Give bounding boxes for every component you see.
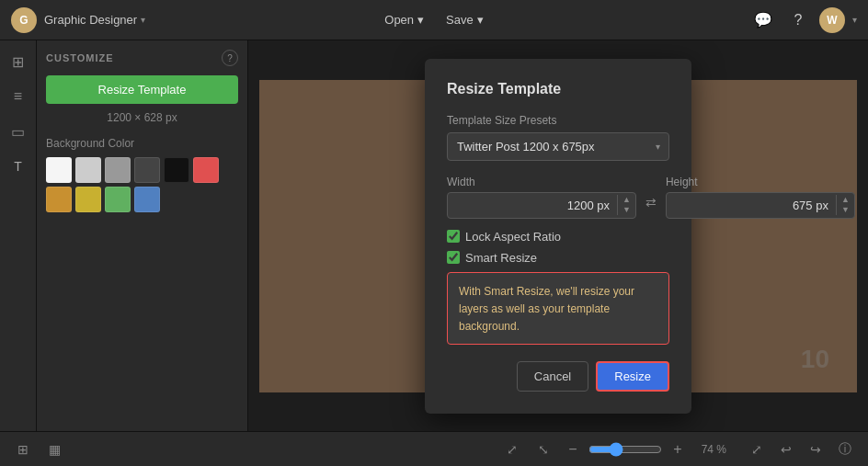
help-icon-button[interactable]: ? [784, 6, 812, 34]
dims-row: Width ▲ ▼ ⇄ Height [447, 176, 669, 219]
cancel-button[interactable]: Cancel [517, 361, 588, 392]
zoom-in-button[interactable]: + [668, 439, 688, 460]
lock-aspect-row: Lock Aspect Ratio [447, 230, 669, 244]
height-label: Height [666, 176, 855, 188]
resize-dialog: Resize Template Template Size Presets Tw… [425, 59, 691, 414]
height-input[interactable] [667, 193, 836, 218]
preset-select[interactable]: Twitter Post 1200 x 675px [447, 132, 669, 161]
smart-resize-checkbox[interactable] [447, 251, 460, 264]
smart-resize-info-box: With Smart Resize, we'll resize your lay… [447, 272, 669, 345]
bottombar: ⊞ ▦ ⤢ ⤡ − + 74 % ⤢ ↩ ↪ ⓘ [0, 431, 868, 466]
swatch-gray[interactable] [105, 157, 131, 183]
layers-icon-button[interactable]: ⊞ [5, 48, 32, 75]
user-avatar[interactable]: W [819, 7, 845, 33]
chat-icon-button[interactable]: 💬 [749, 6, 777, 34]
main-layout: ⊞ ≡ ▭ T CUSTOMIZE ? Resize Template 1200… [0, 40, 868, 431]
preset-label: Template Size Presets [447, 114, 669, 127]
swatch-lightgray[interactable] [75, 157, 101, 183]
dialog-actions: Cancel Resize [447, 361, 669, 392]
topbar: G Graphic Designer ▾ Open ▾ Save ▾ 💬 ? W… [0, 0, 868, 40]
bg-color-label: Background Color [46, 137, 238, 150]
width-label: Width [447, 176, 636, 188]
width-group: Width ▲ ▼ [447, 176, 636, 219]
adjust-icon-button[interactable]: ≡ [5, 83, 32, 110]
panel-help-button[interactable]: ? [222, 50, 238, 66]
width-input-wrap: ▲ ▼ [447, 192, 636, 219]
grid-bottom-icon-button[interactable]: ▦ [42, 438, 66, 461]
height-steppers: ▲ ▼ [836, 195, 854, 215]
user-chevron-icon: ▾ [852, 15, 857, 25]
save-chevron-icon: ▾ [477, 13, 484, 27]
shapes-icon-button[interactable]: ▭ [5, 118, 32, 145]
open-chevron-icon: ▾ [417, 13, 424, 27]
height-down-button[interactable]: ▼ [837, 205, 854, 215]
zoom-slider[interactable] [588, 442, 662, 457]
app-logo: G [11, 7, 37, 33]
preset-select-wrap: Twitter Post 1200 x 675px ▾ [447, 132, 669, 161]
swatch-orange[interactable] [46, 187, 72, 212]
fullscreen-icon-button[interactable]: ⤡ [531, 438, 555, 461]
swatch-yellow[interactable] [75, 187, 101, 212]
width-down-button[interactable]: ▼ [618, 205, 635, 215]
swatch-white[interactable] [46, 157, 72, 183]
app-name: Graphic Designer [44, 13, 137, 27]
dialog-overlay: Resize Template Template Size Presets Tw… [248, 40, 868, 431]
zoom-controls: − + 74 % [563, 439, 726, 460]
fit-icon-button[interactable]: ⤢ [500, 438, 524, 461]
color-swatches [46, 157, 238, 212]
swatch-green[interactable] [105, 187, 131, 212]
open-button[interactable]: Open ▾ [375, 9, 433, 30]
bottom-right-icons: ⤢ ↩ ↪ ⓘ [745, 438, 857, 461]
resize-template-button[interactable]: Resize Template [46, 75, 238, 104]
text-icon-button[interactable]: T [5, 153, 32, 180]
height-up-button[interactable]: ▲ [837, 195, 854, 205]
left-panel: CUSTOMIZE ? Resize Template 1200 × 628 p… [37, 40, 248, 431]
panel-title: CUSTOMIZE [46, 52, 114, 63]
redo-icon-button[interactable]: ↪ [804, 438, 828, 461]
info-icon-button[interactable]: ⓘ [833, 438, 857, 461]
smart-resize-label[interactable]: Smart Resize [465, 251, 537, 265]
resize-icon-button[interactable]: ⤢ [745, 438, 769, 461]
smart-resize-info-text: With Smart Resize, we'll resize your lay… [459, 285, 634, 333]
width-up-button[interactable]: ▲ [618, 195, 635, 205]
smart-resize-row: Smart Resize [447, 251, 669, 265]
swatch-black[interactable] [164, 157, 189, 183]
width-steppers: ▲ ▼ [617, 195, 635, 215]
topbar-right: 💬 ? W ▾ [749, 6, 857, 34]
height-group: Height ▲ ▼ [666, 176, 855, 219]
height-input-wrap: ▲ ▼ [666, 192, 855, 219]
panel-header: CUSTOMIZE ? [46, 50, 238, 66]
swatch-blue[interactable] [134, 187, 160, 212]
resize-confirm-button[interactable]: Resize [596, 361, 669, 392]
app-chevron-icon: ▾ [141, 15, 145, 25]
canvas-area: MA ENTIAL OILS 10 Resize Template Templa… [248, 40, 868, 431]
layers-bottom-icon-button[interactable]: ⊞ [11, 438, 35, 461]
lock-aspect-label[interactable]: Lock Aspect Ratio [465, 230, 561, 244]
dialog-title: Resize Template [447, 81, 669, 97]
undo-icon-button[interactable]: ↩ [774, 438, 798, 461]
save-button[interactable]: Save ▾ [437, 9, 493, 30]
width-input[interactable] [448, 193, 617, 218]
left-icon-rail: ⊞ ≡ ▭ T [0, 40, 37, 431]
lock-aspect-checkbox[interactable] [447, 230, 460, 243]
topbar-center-actions: Open ▾ Save ▾ [375, 9, 492, 30]
swatch-darkgray[interactable] [134, 157, 160, 183]
zoom-out-button[interactable]: − [563, 439, 583, 460]
zoom-level: 74 % [693, 443, 726, 456]
dimensions-text: 1200 × 628 px [46, 111, 238, 124]
swatch-red[interactable] [193, 157, 219, 183]
link-dimensions-button[interactable]: ⇄ [645, 189, 657, 215]
